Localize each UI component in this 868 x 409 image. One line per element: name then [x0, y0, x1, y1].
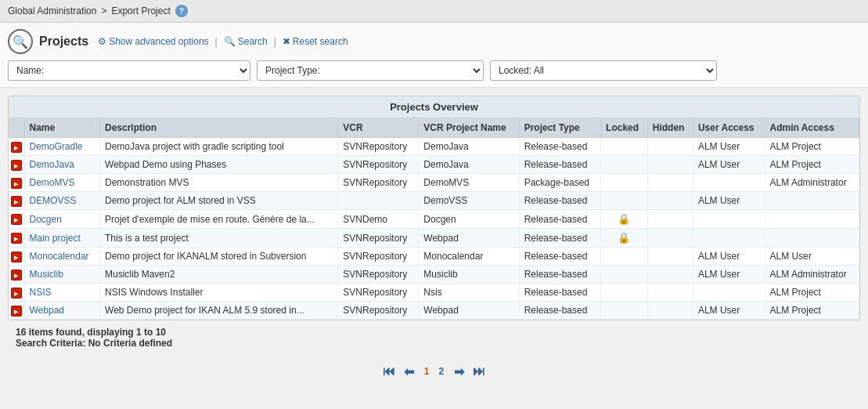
- row-project-type: Release-based: [519, 229, 600, 248]
- table-header: Name Description VCR VCR Project Name Pr…: [9, 118, 859, 138]
- last-page-button[interactable]: ⏭: [470, 363, 488, 380]
- row-admin-access: ALM Project: [765, 156, 859, 174]
- row-vcr-project: DemoMVS: [419, 174, 519, 192]
- row-vcr: SVNRepository: [338, 229, 419, 248]
- row-vcr: SVNRepository: [338, 284, 419, 302]
- row-description: NSIS Windows Installer: [100, 284, 338, 302]
- row-name[interactable]: Docgen: [24, 210, 100, 229]
- row-vcr: SVNRepository: [338, 174, 419, 192]
- row-locked: [601, 248, 648, 266]
- row-vcr-project: DemoJava: [419, 138, 519, 156]
- reset-icon: ✖: [283, 36, 290, 47]
- table-row: ▶DocgenProjet d'exemple de mise en route…: [9, 210, 859, 229]
- row-user-access: ALM User: [693, 138, 765, 156]
- projects-overview: Projects Overview Name Description VCR V…: [8, 96, 860, 320]
- row-vcr-project: Musiclib: [419, 266, 519, 284]
- row-admin-access: [765, 229, 859, 248]
- row-name[interactable]: DemoGradle: [24, 138, 100, 156]
- row-hidden: [647, 229, 693, 248]
- table-row: ▶MusiclibMusiclib Maven2SVNRepositoryMus…: [9, 266, 859, 284]
- search-small-icon: 🔍: [224, 36, 236, 47]
- col-description: Description: [100, 118, 338, 138]
- row-vcr: SVNRepository: [338, 302, 419, 320]
- row-description: Musiclib Maven2: [100, 266, 338, 284]
- show-advanced-options-link[interactable]: ⚙ Show advanced options: [98, 36, 208, 47]
- row-description: This is a test project: [100, 229, 338, 248]
- project-type-filter[interactable]: Project Type:: [257, 60, 484, 81]
- row-project-type: Release-based: [519, 210, 600, 229]
- table-row: ▶DemoMVSDemonstration MVSSVNRepositoryDe…: [9, 174, 859, 192]
- help-icon[interactable]: ?: [175, 5, 188, 17]
- row-name[interactable]: Musiclib: [24, 266, 100, 284]
- row-hidden: [647, 174, 693, 192]
- breadcrumb-global-admin: Global Administration: [8, 5, 96, 16]
- adv-options-label: Show advanced options: [109, 36, 208, 47]
- next-page-button[interactable]: ➡: [450, 363, 467, 380]
- search-link[interactable]: 🔍 Search: [224, 36, 268, 47]
- row-description: Projet d'exemple de mise en route. Génèr…: [100, 210, 338, 229]
- row-vcr-project: Webpad: [419, 229, 519, 248]
- row-admin-access: ALM Project: [765, 138, 859, 156]
- row-name[interactable]: DEMOVSS: [24, 192, 100, 210]
- row-icon: ▶: [9, 138, 24, 156]
- row-admin-access: ALM User: [765, 248, 859, 266]
- row-locked: [601, 266, 648, 284]
- locked-filter[interactable]: Locked: All: [490, 60, 717, 81]
- search-magnifier-icon: 🔍: [8, 29, 33, 54]
- breadcrumb-separator: >: [101, 5, 106, 16]
- name-filter[interactable]: Name:: [8, 60, 250, 81]
- col-vcr: VCR: [338, 118, 419, 138]
- search-panel: 🔍 Projects ⚙ Show advanced options | 🔍 S…: [0, 23, 868, 88]
- row-name[interactable]: Main project: [24, 229, 100, 248]
- pagination: ⏮ ⬅ 1 2 ➡ ⏭: [8, 355, 860, 388]
- row-project-type: Release-based: [519, 156, 600, 174]
- table-row: ▶Main projectThis is a test projectSVNRe…: [9, 229, 859, 248]
- row-description: Demonstration MVS: [100, 174, 338, 192]
- table-row: ▶NSISNSIS Windows InstallerSVNRepository…: [9, 284, 859, 302]
- row-icon: ▶: [9, 210, 24, 229]
- row-project-type: Release-based: [519, 266, 600, 284]
- table-row: ▶MonocalendarDemo project for IKANALM st…: [9, 248, 859, 266]
- row-locked: [601, 302, 648, 320]
- row-hidden: [647, 248, 693, 266]
- reset-label: Reset search: [293, 36, 348, 47]
- col-name[interactable]: Name: [24, 118, 100, 138]
- row-project-type: Release-based: [519, 192, 600, 210]
- row-admin-access: ALM Project: [765, 284, 859, 302]
- row-project-type: Release-based: [519, 248, 600, 266]
- row-name[interactable]: Webpad: [24, 302, 100, 320]
- row-description: Webpad Demo using Phases: [100, 156, 338, 174]
- row-icon: ▶: [9, 284, 24, 302]
- items-info: 16 items found, displaying 1 to 10: [16, 327, 852, 338]
- row-hidden: [647, 210, 693, 229]
- criteria-info: Search Criteria: No Criteria defined: [16, 338, 852, 349]
- search-label: Search: [238, 36, 268, 47]
- row-name[interactable]: Monocalendar: [24, 248, 100, 266]
- row-locked: 🔒: [601, 229, 648, 248]
- reset-search-link[interactable]: ✖ Reset search: [283, 36, 348, 47]
- first-page-button[interactable]: ⏮: [380, 363, 398, 380]
- row-name[interactable]: NSIS: [24, 284, 100, 302]
- adv-options-icon: ⚙: [98, 36, 106, 47]
- row-name[interactable]: DemoJava: [24, 156, 100, 174]
- row-project-type: Release-based: [519, 302, 600, 320]
- lock-icon: 🔒: [618, 213, 630, 225]
- row-name[interactable]: DemoMVS: [24, 174, 100, 192]
- row-vcr-project: Docgen: [419, 210, 519, 229]
- separator-2: |: [274, 36, 276, 47]
- page-2-link[interactable]: 2: [436, 364, 448, 378]
- row-icon: ▶: [9, 302, 24, 320]
- prev-page-button[interactable]: ⬅: [401, 363, 418, 380]
- row-user-access: [693, 210, 765, 229]
- page-1-link[interactable]: 1: [421, 364, 433, 378]
- row-locked: [601, 138, 648, 156]
- row-vcr: SVNRepository: [338, 266, 419, 284]
- row-hidden: [647, 302, 693, 320]
- table-row: ▶DemoGradleDemoJava project with gradle …: [9, 138, 859, 156]
- row-vcr-project: Nsis: [419, 284, 519, 302]
- row-project-type: Package-based: [519, 174, 600, 192]
- footer-info: 16 items found, displaying 1 to 10 Searc…: [8, 320, 860, 355]
- row-locked: [601, 174, 648, 192]
- col-project-type: Project Type: [519, 118, 600, 138]
- row-vcr: SVNRepository: [338, 156, 419, 174]
